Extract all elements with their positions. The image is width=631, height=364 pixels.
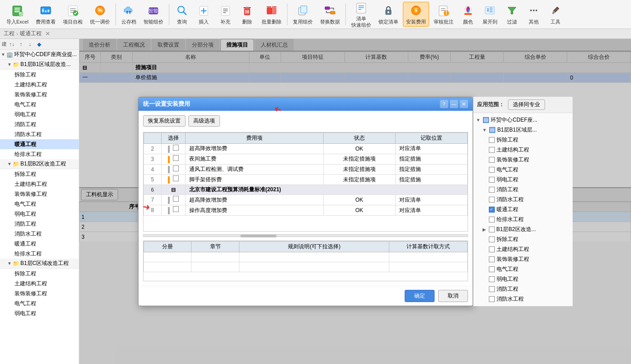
- toolbar-import-excel[interactable]: 导入Excel: [4, 2, 31, 26]
- apply-tree-b1b1[interactable]: ▼ — B1层B1区域层...: [475, 125, 571, 135]
- sidebar-item-decoration1[interactable]: 装饰装修工程: [0, 90, 79, 99]
- sidebar-item-electric3[interactable]: 电气工程: [0, 298, 79, 308]
- toolbar-lock-clear[interactable]: 锁定清单: [376, 2, 401, 26]
- sidebar-item-electric1[interactable]: 电气工程: [0, 99, 79, 109]
- sidebar-item-decoration3[interactable]: 装饰装修工程: [0, 288, 79, 298]
- sidebar-item-fire-water2[interactable]: 消防水工程: [0, 229, 79, 239]
- apply-tree-decoration2[interactable]: 装饰装修工程: [475, 254, 571, 264]
- tree-b1b1[interactable]: ▼ 📁 B1层B1区域层改造...: [0, 60, 79, 70]
- toolbar-replace-data[interactable]: 替换数据: [317, 2, 343, 26]
- toolbar-clear-single[interactable]: 清单快速组价: [349, 0, 374, 29]
- sidebar-item-civil1[interactable]: 土建结构工程: [0, 80, 79, 90]
- nav-close-icon[interactable]: ✕: [45, 30, 50, 37]
- modal-close-btn[interactable]: ✕: [460, 100, 468, 108]
- apply-tree-hvac1[interactable]: ✓暖通工程: [475, 204, 571, 214]
- select-same-profession-btn[interactable]: 选择同专业: [508, 99, 545, 110]
- modal-bottom-cell-1-3[interactable]: [239, 252, 389, 262]
- sidebar-item-demolish1[interactable]: 拆除工程: [0, 70, 79, 80]
- apply-tree-fire-water1[interactable]: 消防水工程: [475, 194, 571, 204]
- modal-minimize-btn[interactable]: —: [450, 100, 458, 108]
- sidebar-item-plumbing1[interactable]: 给排水工程: [0, 149, 79, 159]
- toolbar-audit-note[interactable]: ! 审核批注: [431, 2, 456, 26]
- toolbar-query[interactable]: 查询: [172, 2, 192, 26]
- apply-tree-huanmao[interactable]: ▼ — 环贸中心CDEF座...: [475, 115, 571, 125]
- apply-check-electric2[interactable]: [489, 266, 495, 272]
- modal-check-5[interactable]: [162, 175, 186, 185]
- apply-tree-electric2[interactable]: 电气工程: [475, 264, 571, 274]
- checkbox-7[interactable]: [173, 196, 179, 202]
- toolbar-tools[interactable]: 工具: [545, 2, 565, 26]
- modal-bottom-cell-2-1[interactable]: [143, 262, 191, 272]
- sidebar-item-decoration2[interactable]: 装饰装修工程: [0, 189, 79, 199]
- toolbar-install-fee[interactable]: ¥ 安装费用: [403, 2, 429, 27]
- modal-scrollbar[interactable]: [143, 234, 468, 237]
- sidebar-item-weak1[interactable]: 弱电工程: [0, 109, 79, 119]
- apply-tree-civil1[interactable]: 土建结构工程: [475, 145, 571, 155]
- apply-check-demolish1[interactable]: [489, 137, 495, 143]
- modal-help-btn[interactable]: ?: [440, 100, 448, 108]
- apply-tree-civil2[interactable]: 土建结构工程: [475, 244, 571, 254]
- apply-check-decoration1[interactable]: [489, 157, 495, 163]
- apply-tree-plumbing1[interactable]: 给排水工程: [475, 214, 571, 224]
- modal-check-3[interactable]: [162, 154, 186, 164]
- apply-check-huanmao[interactable]: —: [483, 117, 489, 123]
- toolbar-fee-view[interactable]: 费用查看: [33, 2, 58, 26]
- sidebar-item-demolish3[interactable]: 拆除工程: [0, 269, 79, 279]
- toolbar-supplement[interactable]: 补充: [215, 2, 235, 26]
- sidebar-item-electric2[interactable]: 电气工程: [0, 199, 79, 209]
- modal-check-2[interactable]: [162, 144, 186, 154]
- apply-check-electric1[interactable]: [489, 167, 495, 173]
- checkbox-2[interactable]: [173, 145, 179, 151]
- apply-tree-electric1[interactable]: 电气工程: [475, 165, 571, 175]
- apply-tree-demolish2[interactable]: 拆除工程: [475, 234, 571, 244]
- restore-system-btn[interactable]: 恢复系统设置: [143, 115, 186, 127]
- toolbar-batch-delete[interactable]: 批量删除: [259, 2, 284, 26]
- checkbox-3[interactable]: [173, 155, 179, 161]
- apply-tree-weak2[interactable]: 弱电工程: [475, 274, 571, 284]
- toolbar-insert[interactable]: 插入: [194, 2, 214, 26]
- sidebar-item-hvac1[interactable]: 暖通工程: [0, 139, 79, 149]
- sidebar-item-civil3[interactable]: 土建结构工程: [0, 279, 79, 288]
- modal-bottom-cell-1-2[interactable]: [191, 252, 239, 262]
- apply-check-weak1[interactable]: [489, 177, 495, 183]
- sidebar-item-civil2[interactable]: 土建结构工程: [0, 179, 79, 189]
- sidebar-item-demolish2[interactable]: 拆除工程: [0, 169, 79, 179]
- sidebar-down-btn[interactable]: ↓: [26, 40, 34, 48]
- toolbar-smart-group[interactable]: 智能 智能组价: [141, 2, 166, 26]
- apply-check-plumbing1[interactable]: [489, 217, 495, 222]
- tree-huanmao[interactable]: ▼ 🏢 环贸中心CDEF座商业提...: [0, 50, 79, 60]
- apply-check-b1b1[interactable]: —: [489, 127, 495, 133]
- apply-check-fire-water2[interactable]: [489, 296, 495, 302]
- toolbar-color[interactable]: 颜色: [458, 2, 478, 26]
- apply-tree-fire1[interactable]: 消防工程: [475, 184, 571, 194]
- toolbar-project-check[interactable]: 项目自检: [60, 2, 86, 26]
- modal-check-4[interactable]: [162, 164, 186, 175]
- apply-check-hvac1[interactable]: ✓: [489, 207, 495, 213]
- toolbar-unified-adjust[interactable]: % 统一调价: [87, 2, 113, 26]
- modal-check-7[interactable]: [162, 195, 186, 205]
- apply-check-weak2[interactable]: [489, 276, 495, 282]
- checkbox-8[interactable]: [173, 206, 179, 212]
- modal-bottom-cell-2-3[interactable]: [239, 262, 389, 272]
- sidebar-item-fire2[interactable]: 消防工程: [0, 219, 79, 229]
- toolbar-delete[interactable]: 删除: [237, 2, 257, 26]
- sidebar-item-weak2[interactable]: 弱电工程: [0, 209, 79, 219]
- apply-tree-demolish1[interactable]: 拆除工程: [475, 135, 571, 145]
- modal-bottom-cell-1-1[interactable]: [143, 252, 191, 262]
- tree-b1c[interactable]: ▼ 📁 B1层C区域改造工程: [0, 259, 79, 269]
- apply-check-decoration2[interactable]: [489, 256, 495, 262]
- modal-cancel-btn[interactable]: 取消: [438, 290, 468, 302]
- advanced-options-btn[interactable]: 高级选项: [188, 115, 220, 127]
- group-collapse-6[interactable]: ⊟: [171, 187, 176, 193]
- tree-b1b2[interactable]: ▼ 📁 B1层B2区改造工程: [0, 159, 79, 169]
- modal-bottom-cell-2-2[interactable]: [191, 262, 239, 272]
- modal-bottom-cell-2-4[interactable]: [389, 262, 467, 272]
- modal-confirm-btn[interactable]: 确定: [405, 290, 435, 302]
- sidebar-expand-btn[interactable]: ◆: [35, 40, 43, 48]
- toolbar-other[interactable]: 其他: [524, 2, 544, 26]
- sidebar-item-fire-water1[interactable]: 消防水工程: [0, 129, 79, 139]
- checkbox-5[interactable]: [173, 175, 179, 181]
- modal-bottom-cell-1-4[interactable]: [389, 252, 467, 262]
- apply-check-fire-water1[interactable]: [489, 197, 495, 203]
- apply-check-civil1[interactable]: [489, 147, 495, 153]
